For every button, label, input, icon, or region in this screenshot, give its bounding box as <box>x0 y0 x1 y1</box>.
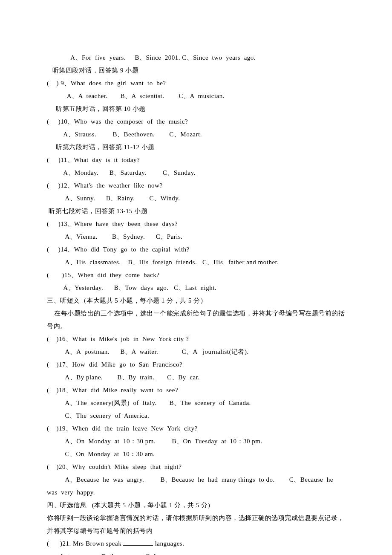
q11: ( )11、What day is it today? <box>47 153 345 166</box>
q21-text-a: ( )21. Mrs Brown speak <box>47 540 123 547</box>
q21: ( )21. Mrs Brown speak languages. <box>47 537 345 550</box>
q16: ( )16、What is Mike's job in New York cit… <box>47 332 345 345</box>
q9: ( ) 9、What does the girl want to be? <box>47 77 345 90</box>
q19-options-c: C、On Monday at 10：30 am. <box>47 448 345 460</box>
q12: ( )12、What's the weather like now? <box>47 179 345 192</box>
q9-options: A、A teacher. B、A scientist. C、A musician… <box>47 90 345 102</box>
section-3-instructions: 在每小题给出的三个选项中，选出一个能完成所给句子的最佳选项，并将其字母编号写在题… <box>47 307 345 332</box>
q8-options: A、For five years. B、Since 2001. C、Since … <box>47 51 345 64</box>
q19-options-ab: A、On Monday at 10：30 pm. B、On Tuesday at… <box>47 435 345 448</box>
q15: ( )15、When did they come back? <box>47 269 345 281</box>
q19: ( )19、When did the train leave New York … <box>47 422 345 435</box>
q18: ( )18、What did Mike really want to see? <box>47 384 345 396</box>
q17-options: A、By plane. B、By train. C、By car. <box>47 371 345 384</box>
q21-text-b: languages. <box>153 540 184 547</box>
q15-options: A、Yesterday. B、Tow days ago. C、Last nigh… <box>47 281 345 294</box>
q13-options: A、Vienna. B、Sydney. C、Paris. <box>47 230 345 243</box>
section-3-title: 三、听短文（本大题共 5 小题，每小题 1 分，共 5 分） <box>47 294 345 307</box>
section-4-instructions: 你将听到一段谈论掌握语言情况的对话，请你根据所听到的内容，选择正确的选项完成信息… <box>47 512 345 537</box>
q20-options: A、Because he was angry. B、Because he had… <box>47 473 345 499</box>
q21-blank <box>123 539 153 546</box>
q17: ( )17、How did Mike go to San Francisco? <box>47 358 345 371</box>
section-4-title: 四、听选信息 (本大题共 5 小题，每小题 1 分，共 5 分) <box>47 499 345 512</box>
q14: ( )14、Who did Tony go to the capital wit… <box>47 243 345 256</box>
q18-options-c: C、The scenery of America. <box>47 409 345 422</box>
q18-options-ab: A、The scenery(风景) of Italy. B、The scener… <box>47 396 345 409</box>
q16-options: A、A postman. B、A waiter. C、A journalist(… <box>47 345 345 358</box>
q21-options: A. two. B. three. C. four. <box>47 550 345 555</box>
exam-page: A、For five years. B、Since 2001. C、Since … <box>0 0 392 555</box>
section-7-intro: 听第七段对话，回答第 13-15 小题 <box>47 205 345 217</box>
q10-options: A、Strauss. B、Beethoven. C、Mozart. <box>47 128 345 141</box>
q13: ( )13、Where have they been these days? <box>47 217 345 230</box>
q14-options: A、His classmates. B、His foreign friends.… <box>47 256 345 269</box>
section-6-intro: 听第六段对话，回答第 11-12 小题 <box>47 141 345 153</box>
q11-options: A、Monday. B、Saturday. C、Sunday. <box>47 166 345 179</box>
q10: ( )10、Who was the composer of the music? <box>47 115 345 128</box>
q20: ( )20、Why couldn't Mike sleep that night… <box>47 460 345 473</box>
q12-options: A、Sunny. B、Rainy. C、Windy. <box>47 192 345 205</box>
section-5-intro: 听第五段对话，回答第 10 小题 <box>47 102 345 115</box>
section-4-intro: 听第四段对话，回答第 9 小题 <box>47 64 345 77</box>
